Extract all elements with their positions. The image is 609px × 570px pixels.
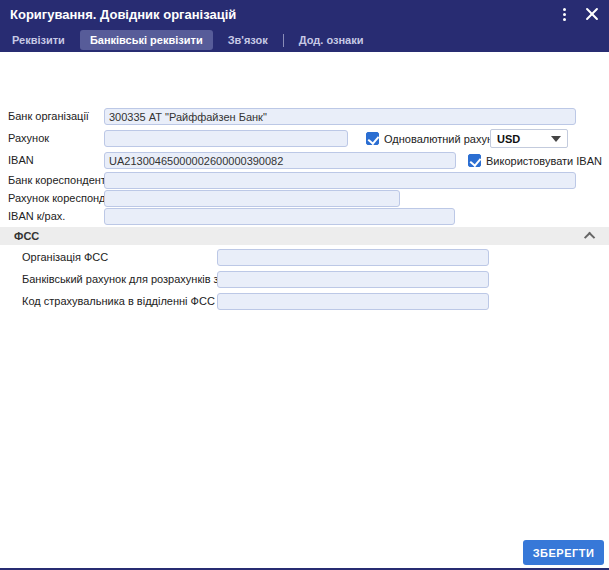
fss-insurer-code-label: Код страхувальника в відділенні ФСС (22, 293, 215, 310)
use-iban-label: Використовувати IBAN (486, 154, 602, 169)
corr-account-input[interactable] (104, 190, 400, 207)
corr-bank-label: Банк кореспондент (8, 172, 106, 189)
form-content: Банк організації Рахунок Одновалютний ра… (0, 52, 609, 570)
use-iban-checkbox[interactable] (468, 154, 481, 167)
tab-dod-oznaky[interactable]: Дод. ознаки (299, 34, 364, 46)
fss-bank-account-input[interactable] (217, 271, 489, 288)
currency-select[interactable]: USD (490, 129, 568, 148)
fss-insurer-code-input[interactable] (217, 293, 489, 310)
tab-rekvizyty[interactable]: Реквізити (12, 34, 65, 46)
fss-section-title: ФСС (14, 230, 39, 242)
fss-org-label: Організація ФСС (22, 249, 108, 266)
account-label: Рахунок (8, 130, 49, 147)
chevron-up-icon[interactable] (584, 232, 595, 243)
fss-org-input[interactable] (217, 249, 489, 266)
iban-label: IBAN (8, 152, 34, 169)
save-button[interactable]: ЗБЕРЕГТИ (523, 540, 604, 565)
edit-organization-dialog: Коригування. Довідник організацій Реквіз… (0, 0, 609, 570)
tab-divider (283, 34, 284, 47)
titlebar: Коригування. Довідник організацій (0, 0, 609, 28)
account-input[interactable] (104, 130, 348, 147)
bank-org-label: Банк організації (8, 108, 89, 125)
chevron-down-icon (551, 136, 561, 142)
single-currency-checkbox[interactable] (366, 132, 379, 145)
corr-iban-label: IBAN к/рах. (8, 208, 65, 225)
fss-section-header[interactable]: ФСС (0, 227, 609, 245)
single-currency-label: Одновалютний рахунок (384, 132, 504, 147)
dialog-title: Коригування. Довідник організацій (10, 7, 236, 22)
close-icon[interactable] (585, 7, 599, 21)
kebab-menu-icon[interactable] (557, 6, 571, 22)
tab-zvyazok[interactable]: Зв'язок (228, 34, 268, 46)
iban-input[interactable] (104, 152, 456, 169)
tab-bar: Реквізити Банківські реквізити Зв'язок Д… (0, 28, 609, 52)
corr-bank-input[interactable] (104, 172, 576, 189)
fss-bank-account-label: Банківський рахунок для розрахунків з ФС… (22, 271, 246, 288)
bank-org-input[interactable] (104, 108, 576, 125)
tab-bankivski-rekvizyty[interactable]: Банківські реквізити (80, 30, 213, 50)
corr-iban-input[interactable] (104, 208, 455, 225)
currency-select-value: USD (497, 133, 520, 145)
